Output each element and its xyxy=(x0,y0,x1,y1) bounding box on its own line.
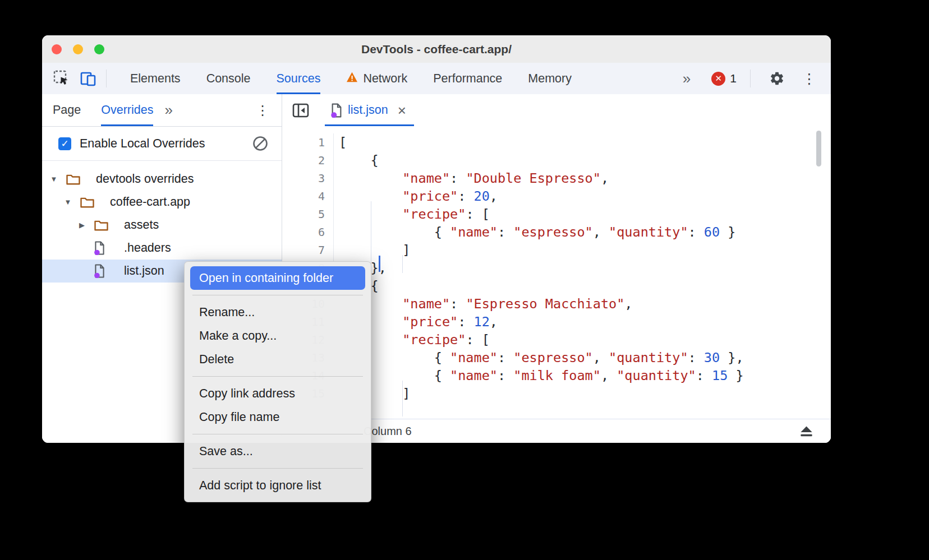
folder-icon xyxy=(94,219,113,232)
context-menu-item-add-script-to-ignore-list[interactable]: Add script to ignore list xyxy=(185,474,371,497)
more-sidebar-tabs-icon[interactable]: » xyxy=(164,101,171,119)
context-menu-item-copy-file-name[interactable]: Copy file name xyxy=(185,405,371,429)
code-line-content: "price": 20, xyxy=(334,187,498,205)
disclosure-expanded-icon[interactable]: ▼ xyxy=(61,198,75,206)
code-line-content: { "name": "espresso", "quantity": 30 }, xyxy=(334,349,744,367)
code-line: 4 "price": 20, xyxy=(282,187,831,205)
context-menu-item-save-as[interactable]: Save as... xyxy=(185,439,371,463)
tree-item-headers[interactable]: .headers xyxy=(42,237,282,260)
folder-icon xyxy=(80,196,99,209)
sidebar-kebab-menu-icon[interactable]: ⋮ xyxy=(256,103,269,118)
tree-item-label: list.json xyxy=(124,264,164,278)
line-number[interactable]: 7 xyxy=(282,241,334,259)
tab-label: Console xyxy=(206,72,251,86)
context-menu-item-rename[interactable]: Rename... xyxy=(185,300,371,324)
code-line-content: { xyxy=(334,151,379,169)
enable-local-overrides-checkbox[interactable]: ✓ xyxy=(58,137,71,150)
window-titlebar[interactable]: DevTools - coffee-cart.app/ xyxy=(42,35,831,63)
screen-background: DevTools - coffee-cart.app/ ElementsCons… xyxy=(0,0,929,560)
indent-guide xyxy=(402,255,403,273)
context-menu-separator xyxy=(192,468,363,469)
window-title: DevTools - coffee-cart.app/ xyxy=(42,35,831,63)
clear-configuration-icon[interactable] xyxy=(252,136,268,151)
context-menu-item-open-in-containing-folder[interactable]: Open in containing folder xyxy=(190,266,365,290)
sidebar-tab-bar: Page Overrides » ⋮ xyxy=(42,94,282,127)
context-menu-separator xyxy=(192,295,363,295)
indent-guide xyxy=(402,381,403,416)
code-line: 2 { xyxy=(282,151,831,169)
code-line-content: { "name": "espresso", "quantity": 60 } xyxy=(334,223,735,241)
code-line-content: "name": "Espresso Macchiato", xyxy=(334,295,633,313)
toolbar-separator xyxy=(750,70,751,87)
tab-label: Sources xyxy=(277,72,321,86)
close-tab-icon[interactable]: × xyxy=(398,103,406,118)
settings-gear-icon[interactable] xyxy=(767,69,787,88)
folder-icon xyxy=(66,173,85,186)
enable-local-overrides-row: ✓ Enable Local Overrides xyxy=(42,127,282,161)
tab-label: Memory xyxy=(528,72,572,86)
tab-sources[interactable]: Sources xyxy=(277,63,321,94)
code-line-content: [ xyxy=(334,133,347,151)
code-line-content: "name": "Double Espresso", xyxy=(334,169,609,187)
warning-icon xyxy=(346,72,358,86)
error-count: 1 xyxy=(730,72,737,85)
device-toolbar-icon[interactable] xyxy=(79,69,98,88)
context-menu-separator xyxy=(192,434,363,434)
disclosure-expanded-icon[interactable]: ▼ xyxy=(47,175,61,183)
toolbar-kebab-menu-icon[interactable]: ⋮ xyxy=(802,71,816,87)
line-number[interactable]: 3 xyxy=(282,169,334,187)
code-line: 3 "name": "Double Espresso", xyxy=(282,169,831,187)
line-number[interactable]: 4 xyxy=(282,187,334,205)
editor-tab-bar: list.json × xyxy=(282,94,831,127)
tab-elements[interactable]: Elements xyxy=(130,63,181,94)
code-line: 6 { "name": "espresso", "quantity": 60 } xyxy=(282,223,831,241)
tab-memory[interactable]: Memory xyxy=(528,63,572,94)
devtools-window: DevTools - coffee-cart.app/ ElementsCons… xyxy=(42,35,831,443)
file-icon xyxy=(94,264,113,278)
code-line: 7 ] xyxy=(282,241,831,259)
tab-overrides[interactable]: Overrides xyxy=(101,94,153,126)
editor-scrollbar-thumb[interactable] xyxy=(816,131,821,166)
editor-tab-label: list.json xyxy=(348,103,388,117)
code-line-content: { "name": "milk foam", "quantity": 15 } xyxy=(334,367,744,385)
tab-page[interactable]: Page xyxy=(53,94,81,126)
tree-item-assets[interactable]: ▶assets xyxy=(42,214,282,237)
tree-item-coffee-cart-app[interactable]: ▼coffee-cart.app xyxy=(42,191,282,214)
collapse-navigator-icon[interactable] xyxy=(291,101,310,120)
text-cursor xyxy=(379,256,380,272)
tree-item-label: assets xyxy=(124,218,159,232)
tree-item-label: coffee-cart.app xyxy=(110,195,190,209)
inspect-element-icon[interactable] xyxy=(52,69,71,88)
tree-item-devtools-overrides[interactable]: ▼devtools overrides xyxy=(42,168,282,191)
editor-tab-list-json[interactable]: list.json × xyxy=(325,94,414,126)
code-line: 5 "recipe": [ xyxy=(282,205,831,223)
tree-item-label: .headers xyxy=(124,241,171,255)
line-number[interactable]: 5 xyxy=(282,205,334,223)
tab-label: Network xyxy=(363,72,407,86)
line-number[interactable]: 6 xyxy=(282,223,334,241)
line-number[interactable]: 2 xyxy=(282,151,334,169)
error-x-icon: ✕ xyxy=(711,72,725,86)
context-menu-separator xyxy=(192,376,363,377)
file-icon xyxy=(330,103,343,118)
context-menu-item-delete[interactable]: Delete xyxy=(185,348,371,371)
tab-label: Elements xyxy=(130,72,181,86)
context-menu-item-copy-link-address[interactable]: Copy link address xyxy=(185,382,371,405)
toolbar-separator xyxy=(106,70,107,87)
error-count-badge[interactable]: ✕ 1 xyxy=(711,72,737,86)
code-line-content: "recipe": [ xyxy=(334,205,490,223)
more-panels-icon[interactable]: » xyxy=(683,70,689,87)
disclosure-collapsed-icon[interactable]: ▶ xyxy=(75,221,89,229)
context-menu-item-make-a-copy[interactable]: Make a copy... xyxy=(185,324,371,348)
enable-local-overrides-label: Enable Local Overrides xyxy=(80,137,205,151)
context-menu: Open in containing folderRename...Make a… xyxy=(184,261,371,502)
line-number[interactable]: 1 xyxy=(282,133,334,151)
panel-tabs: ElementsConsoleSourcesNetworkPerformance… xyxy=(130,63,572,94)
eject-icon[interactable] xyxy=(799,425,814,438)
tree-item-label: devtools overrides xyxy=(96,172,194,186)
tab-performance[interactable]: Performance xyxy=(433,63,502,94)
file-icon xyxy=(94,241,113,255)
devtools-toolbar: ElementsConsoleSourcesNetworkPerformance… xyxy=(42,63,831,94)
tab-console[interactable]: Console xyxy=(206,63,251,94)
tab-network[interactable]: Network xyxy=(346,63,407,94)
